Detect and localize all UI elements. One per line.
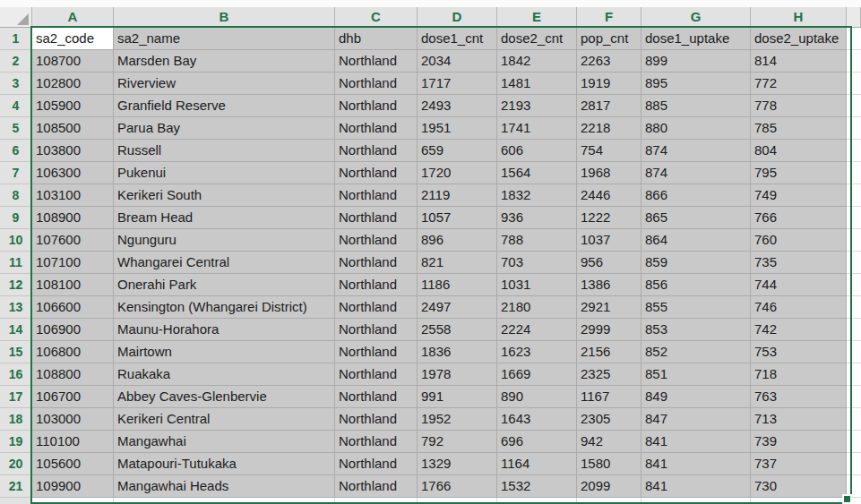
- cell-h21[interactable]: 730: [751, 475, 847, 498]
- cell-c2[interactable]: Northland: [335, 50, 418, 73]
- cell-h16[interactable]: 718: [751, 363, 847, 386]
- cell-a19[interactable]: 110100: [32, 431, 114, 453]
- cell-d21[interactable]: 1766: [418, 475, 497, 498]
- cell-a8[interactable]: 103100: [32, 184, 114, 207]
- row-header-15[interactable]: 15: [0, 341, 32, 363]
- cell-b9[interactable]: Bream Head: [114, 207, 335, 229]
- cell-h6[interactable]: 804: [751, 140, 847, 162]
- cell-g6[interactable]: 874: [641, 140, 751, 162]
- cell-sliver-14[interactable]: [847, 319, 861, 341]
- cell-g17[interactable]: 849: [641, 386, 751, 408]
- cell-g2[interactable]: 899: [641, 50, 751, 73]
- row-header-16[interactable]: 16: [0, 363, 32, 386]
- cell-partial-f[interactable]: [577, 498, 641, 504]
- cell-h5[interactable]: 785: [751, 117, 847, 140]
- cell-g7[interactable]: 874: [641, 162, 751, 184]
- cell-sliver-8[interactable]: [847, 184, 861, 207]
- cell-a21[interactable]: 109900: [32, 475, 114, 498]
- cell-b17[interactable]: Abbey Caves-Glenbervie: [114, 386, 335, 408]
- row-header-8[interactable]: 8: [0, 184, 32, 207]
- column-header-sliver[interactable]: [847, 7, 861, 28]
- cell-sliver-11[interactable]: [847, 252, 861, 274]
- cell-a12[interactable]: 108100: [32, 274, 114, 296]
- row-header-9[interactable]: 9: [0, 207, 32, 229]
- fill-handle[interactable]: [842, 494, 852, 504]
- cell-g14[interactable]: 853: [641, 319, 751, 341]
- cell-a9[interactable]: 108900: [32, 207, 114, 229]
- column-header-c[interactable]: C: [335, 7, 418, 28]
- cell-sliver-3[interactable]: [847, 73, 861, 95]
- cell-b2[interactable]: Marsden Bay: [114, 50, 335, 73]
- cell-b8[interactable]: Kerikeri South: [114, 184, 335, 207]
- cell-c12[interactable]: Northland: [335, 274, 418, 296]
- cell-f16[interactable]: 2325: [577, 363, 641, 386]
- cell-c6[interactable]: Northland: [335, 140, 418, 162]
- cell-h13[interactable]: 746: [751, 296, 847, 319]
- cell-b19[interactable]: Mangawhai: [114, 431, 335, 453]
- cell-g3[interactable]: 895: [641, 73, 751, 95]
- cell-e18[interactable]: 1643: [497, 408, 577, 431]
- cell-c10[interactable]: Northland: [335, 229, 418, 252]
- row-header-11[interactable]: 11: [0, 252, 32, 274]
- cell-f8[interactable]: 2446: [577, 184, 641, 207]
- cell-d8[interactable]: 2119: [418, 184, 497, 207]
- cell-f21[interactable]: 2099: [577, 475, 641, 498]
- cell-sliver-4[interactable]: [847, 95, 861, 117]
- cell-f5[interactable]: 2218: [577, 117, 641, 140]
- cell-c14[interactable]: Northland: [335, 319, 418, 341]
- cell-h19[interactable]: 739: [751, 431, 847, 453]
- row-header-4[interactable]: 4: [0, 95, 32, 117]
- cell-f20[interactable]: 1580: [577, 453, 641, 475]
- cell-partial-a[interactable]: [32, 498, 114, 504]
- row-header-3[interactable]: 3: [0, 73, 32, 95]
- row-header-6[interactable]: 6: [0, 140, 32, 162]
- cell-e12[interactable]: 1031: [497, 274, 577, 296]
- cell-sliver-16[interactable]: [847, 363, 861, 386]
- row-header-2[interactable]: 2: [0, 50, 32, 73]
- cell-h18[interactable]: 713: [751, 408, 847, 431]
- row-header-partial[interactable]: [0, 498, 32, 504]
- column-header-d[interactable]: D: [418, 7, 497, 28]
- cell-e16[interactable]: 1669: [497, 363, 577, 386]
- cell-f12[interactable]: 1386: [577, 274, 641, 296]
- cell-f19[interactable]: 942: [577, 431, 641, 453]
- cell-c17[interactable]: Northland: [335, 386, 418, 408]
- cell-e17[interactable]: 890: [497, 386, 577, 408]
- cell-f4[interactable]: 2817: [577, 95, 641, 117]
- row-header-12[interactable]: 12: [0, 274, 32, 296]
- cell-e14[interactable]: 2224: [497, 319, 577, 341]
- cell-b18[interactable]: Kerikeri Central: [114, 408, 335, 431]
- cell-partial-d[interactable]: [418, 498, 497, 504]
- cell-a3[interactable]: 102800: [32, 73, 114, 95]
- cell-partial-c[interactable]: [335, 498, 418, 504]
- cell-g13[interactable]: 855: [641, 296, 751, 319]
- cell-d15[interactable]: 1836: [418, 341, 497, 363]
- cell-h4[interactable]: 778: [751, 95, 847, 117]
- cell-d3[interactable]: 1717: [418, 73, 497, 95]
- row-header-5[interactable]: 5: [0, 117, 32, 140]
- cell-b4[interactable]: Granfield Reserve: [114, 95, 335, 117]
- row-header-13[interactable]: 13: [0, 296, 32, 319]
- row-header-21[interactable]: 21: [0, 475, 32, 498]
- cell-c8[interactable]: Northland: [335, 184, 418, 207]
- row-header-20[interactable]: 20: [0, 453, 32, 475]
- cell-h15[interactable]: 753: [751, 341, 847, 363]
- column-header-a[interactable]: A: [32, 7, 114, 28]
- cell-h14[interactable]: 742: [751, 319, 847, 341]
- cell-c18[interactable]: Northland: [335, 408, 418, 431]
- cell-h20[interactable]: 737: [751, 453, 847, 475]
- cell-e9[interactable]: 936: [497, 207, 577, 229]
- cell-f7[interactable]: 1968: [577, 162, 641, 184]
- cell-b11[interactable]: Whangarei Central: [114, 252, 335, 274]
- cell-e7[interactable]: 1564: [497, 162, 577, 184]
- cell-e6[interactable]: 606: [497, 140, 577, 162]
- cell-b20[interactable]: Matapouri-Tutukaka: [114, 453, 335, 475]
- cell-g4[interactable]: 885: [641, 95, 751, 117]
- cell-d6[interactable]: 659: [418, 140, 497, 162]
- cell-d11[interactable]: 821: [418, 252, 497, 274]
- cell-a6[interactable]: 103800: [32, 140, 114, 162]
- cell-sliver-13[interactable]: [847, 296, 861, 319]
- column-header-f[interactable]: F: [577, 7, 641, 28]
- cell-d2[interactable]: 2034: [418, 50, 497, 73]
- cell-h1[interactable]: dose2_uptake: [751, 28, 847, 50]
